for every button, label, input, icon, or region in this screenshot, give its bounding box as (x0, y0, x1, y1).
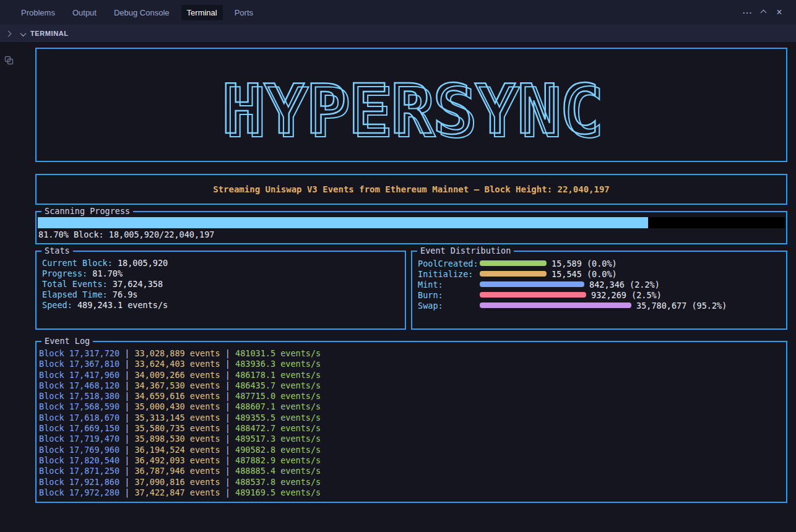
log-separator: | (220, 434, 235, 444)
log-block: Block 17,468,120 (39, 380, 119, 390)
stat-value: 81.70% (87, 268, 123, 278)
terminal-panel-title: TERMINAL (30, 30, 69, 37)
log-row: Block 17,669,150 | 35,580,735 events | 4… (39, 423, 782, 434)
log-row: Block 17,871,250 | 36,787,946 events | 4… (39, 466, 782, 476)
log-block: Block 17,317,720 (39, 348, 119, 358)
dist-bar (480, 271, 547, 277)
log-separator: | (220, 348, 235, 358)
stats-box: Stats Current Block: 18,005,920 Progress… (35, 251, 406, 330)
log-block: Block 17,769,960 (39, 445, 119, 455)
dist-value: 15,545 (0.0%) (552, 269, 617, 279)
scanning-progress-title: Scanning Progress (41, 206, 133, 217)
log-separator: | (220, 487, 235, 497)
dist-value: 15,589 (0.0%) (552, 259, 617, 268)
terminal-content: HYPERSYNC HYPERSYNC Streaming Uniswap V3… (17, 42, 796, 532)
log-rate: 489355.5 events/s (235, 413, 321, 423)
banner-box: HYPERSYNC HYPERSYNC (35, 48, 787, 162)
stat-elapsed-time: Elapsed Time: 76.9s (42, 290, 400, 300)
log-separator: | (119, 359, 134, 369)
progress-bar (38, 217, 785, 228)
log-block: Block 17,618,670 (39, 413, 119, 423)
log-events: 34,367,530 events (134, 380, 220, 390)
tab-problems[interactable]: Problems (15, 5, 61, 20)
expand-panel-icon[interactable] (6, 32, 17, 36)
event-distribution-box: Event Distribution PoolCreated: 15,589 (… (411, 251, 787, 330)
dist-label: Swap: (418, 301, 480, 311)
log-rate: 489517.3 events/s (235, 434, 321, 444)
log-separator: | (220, 359, 235, 369)
log-separator: | (119, 423, 134, 433)
log-separator: | (220, 370, 235, 380)
log-row: Block 17,568,590 | 35,000,430 events | 4… (39, 401, 782, 412)
log-events: 36,787,946 events (134, 466, 220, 476)
log-rate: 486178.1 events/s (235, 370, 321, 380)
log-rate: 481031.5 events/s (235, 348, 321, 358)
terminal-decoration-icon[interactable] (4, 56, 14, 67)
close-panel-icon[interactable]: × (771, 4, 787, 20)
log-separator: | (119, 487, 134, 497)
log-rate: 483936.3 events/s (235, 359, 321, 369)
log-rate: 488885.4 events/s (235, 466, 321, 476)
subtitle-box: Streaming Uniswap V3 Events from Ethereu… (35, 174, 787, 205)
log-row: Block 17,769,960 | 36,194,524 events | 4… (39, 445, 782, 455)
log-rate: 490582.8 events/s (235, 445, 321, 455)
tab-debug-console[interactable]: Debug Console (108, 5, 175, 20)
log-separator: | (119, 348, 134, 358)
maximize-panel-icon[interactable] (755, 4, 771, 20)
ascii-banner: HYPERSYNC HYPERSYNC (38, 53, 785, 158)
dist-value: 35,780,677 (95.2%) (636, 301, 727, 311)
log-events: 33,028,889 events (134, 348, 220, 358)
dist-value: 842,346 (2.2%) (589, 280, 660, 290)
stat-value: 489,243.1 events/s (72, 300, 168, 310)
log-separator: | (220, 423, 235, 433)
log-events: 36,492,093 events (134, 455, 220, 465)
log-row: Block 17,618,670 | 35,313,145 events | 4… (39, 413, 782, 423)
log-events: 35,580,735 events (134, 423, 220, 433)
log-separator: | (119, 477, 134, 487)
log-separator: | (119, 391, 134, 401)
log-block: Block 17,719,470 (39, 434, 119, 444)
log-rate: 488537.8 events/s (235, 477, 321, 487)
dist-bar (480, 260, 547, 266)
stat-label: Current Block: (42, 258, 113, 268)
log-block: Block 17,417,960 (39, 370, 119, 380)
tab-terminal[interactable]: Terminal (181, 5, 223, 20)
stat-label: Speed: (42, 300, 72, 310)
log-separator: | (220, 413, 235, 423)
log-row: Block 17,367,810 | 33,624,403 events | 4… (39, 359, 782, 369)
tab-ports[interactable]: Ports (229, 5, 259, 20)
dist-row-mint: Mint: 842,346 (2.2%) (418, 279, 781, 290)
log-separator: | (220, 391, 235, 401)
log-rate: 488472.7 events/s (235, 423, 321, 433)
dist-label: Mint: (418, 280, 480, 290)
log-separator: | (220, 380, 235, 390)
log-block: Block 17,871,250 (39, 466, 119, 476)
dist-bar (480, 281, 584, 287)
stats-distribution-row: Stats Current Block: 18,005,920 Progress… (35, 251, 787, 330)
log-rate: 487882.9 events/s (235, 455, 321, 465)
log-events: 35,313,145 events (134, 413, 220, 423)
log-events: 33,624,403 events (134, 359, 220, 369)
progress-text: 81.70% Block: 18,005,920/22,040,197 (38, 228, 785, 241)
event-distribution-title: Event Distribution (417, 246, 514, 256)
tab-output[interactable]: Output (67, 5, 102, 20)
log-separator: | (220, 445, 235, 455)
stats-title: Stats (41, 246, 73, 256)
log-block: Block 17,669,150 (39, 423, 119, 433)
log-separator: | (119, 434, 134, 444)
log-block: Block 17,518,380 (39, 391, 119, 401)
stream-subtitle: Streaming Uniswap V3 Events from Ethereu… (213, 184, 610, 194)
terminal-section-chevron-icon[interactable] (21, 28, 25, 38)
dist-bar (480, 292, 586, 298)
log-block: Block 17,367,810 (39, 359, 119, 369)
log-block: Block 17,972,280 (39, 487, 119, 497)
log-events: 34,659,616 events (134, 391, 220, 401)
panel-tab-bar: Problems Output Debug Console Terminal P… (0, 0, 796, 25)
log-rate: 486435.7 events/s (235, 380, 321, 390)
stat-value: 76.9s (108, 290, 138, 299)
scanning-progress-box: Scanning Progress 81.70% Block: 18,005,9… (35, 211, 787, 244)
more-actions-icon[interactable]: ⋯ (739, 4, 755, 20)
stat-speed: Speed: 489,243.1 events/s (42, 300, 400, 311)
log-separator: | (119, 401, 134, 411)
dist-label: Burn: (418, 290, 480, 300)
